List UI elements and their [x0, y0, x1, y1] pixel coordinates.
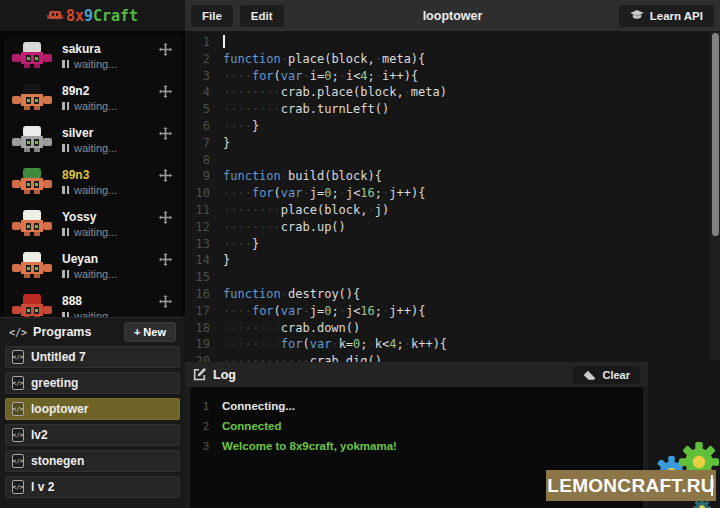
learn-api-button[interactable]: Learn API — [619, 5, 714, 27]
program-item[interactable]: </> lv2 — [5, 424, 180, 446]
sidebar: sakura waiting... 89n2 waiting... — [0, 31, 185, 508]
code-content: ········place(block,·j) — [223, 202, 389, 219]
agent-row[interactable]: sakura waiting... — [4, 35, 181, 77]
pause-icon — [62, 228, 69, 236]
code-editor[interactable]: 1 2 function·place(block,·meta){ 3 ····f… — [185, 31, 720, 362]
agent-list: sakura waiting... 89n2 waiting... — [4, 35, 181, 317]
program-item[interactable]: </> looptower — [5, 398, 180, 420]
agent-status: waiting... — [62, 58, 117, 70]
move-arrows-icon — [159, 253, 172, 266]
program-item[interactable]: </> l v 2 — [5, 476, 180, 498]
code-line: 18 ········crab.down() — [185, 320, 720, 337]
move-agent-button[interactable] — [159, 85, 172, 98]
crab-avatar — [12, 252, 52, 280]
agent-status: waiting... — [62, 184, 117, 196]
agent-name: sakura — [62, 42, 117, 56]
log-header: Log Clear — [185, 362, 648, 387]
log-title: Log — [213, 368, 236, 382]
agent-info: 89n2 waiting... — [62, 84, 117, 112]
code-content: function·build(block){ — [223, 168, 382, 185]
programs-title: Programs — [33, 325, 91, 339]
agent-status-text: waiting... — [74, 184, 117, 196]
line-number: 10 — [185, 185, 223, 202]
move-agent-button[interactable] — [159, 295, 172, 308]
code-line: 10 ····for(var·j=0;·j<16;·j++){ — [185, 185, 720, 202]
log-message: Connecting... — [222, 400, 295, 412]
code-content: ····for(var·j=0;·j<16;·j++){ — [223, 185, 425, 202]
crab-avatar — [12, 168, 52, 196]
program-name: l v 2 — [31, 480, 54, 494]
log-message: Welcome to 8x9craft, yokmama! — [222, 440, 397, 452]
logo-text: 8x9Craft — [66, 7, 138, 25]
move-arrows-icon — [159, 127, 172, 140]
code-line: 9 function·build(block){ — [185, 168, 720, 185]
code-line: 6 ····} — [185, 118, 720, 135]
move-agent-button[interactable] — [159, 253, 172, 266]
agent-status: waiting... — [62, 100, 117, 112]
code-line: 12 ········crab.up() — [185, 219, 720, 236]
app-logo: 8x9Craft — [0, 0, 185, 31]
agent-name: silver — [62, 126, 117, 140]
code-brackets-icon: </> — [9, 327, 27, 338]
caret-bar — [711, 475, 713, 496]
agent-status-text: waiting... — [74, 268, 117, 280]
agent-info: Ueyan waiting... — [62, 252, 117, 280]
crab-avatar — [12, 210, 52, 238]
log-line: 2 Connected — [190, 416, 643, 436]
new-program-button[interactable]: + New — [124, 322, 176, 342]
program-item[interactable]: </> Untitled 7 — [5, 346, 180, 368]
line-number: 4 — [185, 84, 223, 101]
log-message: Connected — [222, 420, 281, 432]
agent-info: silver waiting... — [62, 126, 117, 154]
move-agent-button[interactable] — [159, 169, 172, 182]
line-number: 7 — [185, 135, 223, 152]
line-number: 16 — [185, 286, 223, 303]
agent-row[interactable]: 888 waiting... — [4, 287, 181, 317]
watermark-text: LEMONCRAFT.RU — [547, 475, 715, 497]
move-agent-button[interactable] — [159, 43, 172, 56]
line-number: 12 — [185, 219, 223, 236]
code-line: 20 ············crab.dig() — [185, 353, 720, 362]
program-document-icon: </> — [12, 402, 24, 416]
code-line: 7 } — [185, 135, 720, 152]
agent-row[interactable]: 89n2 waiting... — [4, 77, 181, 119]
program-document-icon: </> — [12, 376, 24, 390]
line-number: 9 — [185, 168, 223, 185]
clear-label: Clear — [602, 369, 630, 381]
program-document-icon: </> — [12, 350, 24, 364]
program-item[interactable]: </> greeting — [5, 372, 180, 394]
agent-name: 888 — [62, 294, 117, 308]
agent-row[interactable]: silver waiting... — [4, 119, 181, 161]
code-content: ········crab.up() — [223, 219, 346, 236]
agent-status-text: waiting... — [74, 58, 117, 70]
file-menu-button[interactable]: File — [191, 5, 233, 27]
move-agent-button[interactable] — [159, 127, 172, 140]
line-number: 5 — [185, 101, 223, 118]
edit-menu-button[interactable]: Edit — [240, 5, 284, 27]
program-list: </> Untitled 7 </> greeting </> looptowe… — [5, 346, 180, 498]
agent-status: waiting... — [62, 268, 117, 280]
scrollbar-thumb[interactable] — [712, 33, 719, 236]
clear-log-button[interactable]: Clear — [573, 366, 640, 384]
line-number: 18 — [185, 320, 223, 337]
editor-scrollbar[interactable] — [710, 32, 720, 360]
line-number: 13 — [185, 236, 223, 253]
code-line: 8 — [185, 152, 720, 169]
agent-row[interactable]: Yossy waiting... — [4, 203, 181, 245]
move-agent-button[interactable] — [159, 211, 172, 224]
menu-bar: File Edit looptower Learn API — [185, 0, 720, 31]
agent-row[interactable]: 89n3 waiting... — [4, 161, 181, 203]
code-content: function·place(block,·meta){ — [223, 51, 425, 68]
agent-status-text: waiting... — [74, 310, 117, 317]
log-line: 1 Connecting... — [190, 396, 643, 416]
code-content: function·destroy(){ — [223, 286, 360, 303]
line-number: 15 — [185, 269, 223, 286]
code-content: } — [223, 252, 230, 269]
agent-row[interactable]: Ueyan waiting... — [4, 245, 181, 287]
code-line: 15 — [185, 269, 720, 286]
agent-status-text: waiting... — [74, 100, 117, 112]
code-line: 3 ····for(var·i=0;·i<4;·i++){ — [185, 68, 720, 85]
code-content: ········crab.place(block,·meta) — [223, 84, 447, 101]
line-number: 2 — [185, 51, 223, 68]
program-item[interactable]: </> stonegen — [5, 450, 180, 472]
